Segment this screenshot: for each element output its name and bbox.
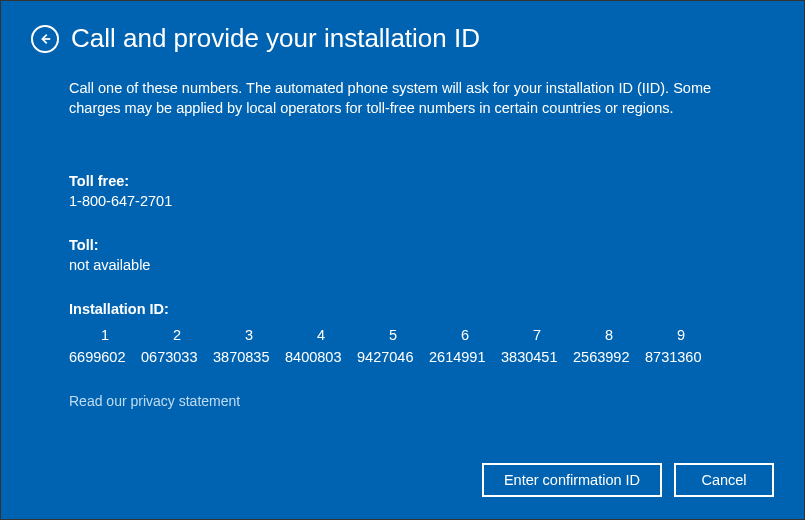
iid-col-header: 7 xyxy=(501,327,573,349)
iid-value: 0673033 xyxy=(141,349,213,365)
installation-id-section: Installation ID: 1 2 3 4 5 6 7 8 9 66996… xyxy=(69,301,764,365)
iid-col-header: 2 xyxy=(141,327,213,349)
iid-value: 3870835 xyxy=(213,349,285,365)
installation-id-label: Installation ID: xyxy=(69,301,764,317)
installation-id-header-row: 1 2 3 4 5 6 7 8 9 xyxy=(69,327,719,349)
description-text: Call one of these numbers. The automated… xyxy=(69,78,764,119)
iid-col-header: 1 xyxy=(69,327,141,349)
cancel-button[interactable]: Cancel xyxy=(674,463,774,497)
iid-value: 8400803 xyxy=(285,349,357,365)
iid-value: 9427046 xyxy=(357,349,429,365)
iid-col-header: 8 xyxy=(573,327,645,349)
toll-free-section: Toll free: 1-800-647-2701 xyxy=(69,173,764,209)
privacy-link[interactable]: Read our privacy statement xyxy=(69,393,764,409)
toll-free-value: 1-800-647-2701 xyxy=(69,193,764,209)
iid-value: 3830451 xyxy=(501,349,573,365)
arrow-left-icon xyxy=(38,32,52,46)
content: Call one of these numbers. The automated… xyxy=(31,78,774,409)
toll-section: Toll: not available xyxy=(69,237,764,273)
iid-col-header: 5 xyxy=(357,327,429,349)
iid-col-header: 9 xyxy=(645,327,717,349)
installation-id-value-row: 6699602 0673033 3870835 8400803 9427046 … xyxy=(69,349,719,365)
installation-id-table: 1 2 3 4 5 6 7 8 9 6699602 0673033 387083… xyxy=(69,327,719,365)
iid-value: 2614991 xyxy=(429,349,501,365)
iid-value: 6699602 xyxy=(69,349,141,365)
iid-value: 8731360 xyxy=(645,349,717,365)
iid-value: 2563992 xyxy=(573,349,645,365)
iid-col-header: 6 xyxy=(429,327,501,349)
page-title: Call and provide your installation ID xyxy=(71,23,480,54)
toll-label: Toll: xyxy=(69,237,764,253)
toll-free-label: Toll free: xyxy=(69,173,764,189)
toll-value: not available xyxy=(69,257,764,273)
activation-window: Call and provide your installation ID Ca… xyxy=(0,0,805,520)
enter-confirmation-id-button[interactable]: Enter confirmation ID xyxy=(482,463,662,497)
button-bar: Enter confirmation ID Cancel xyxy=(482,463,774,497)
back-button[interactable] xyxy=(31,25,59,53)
header: Call and provide your installation ID xyxy=(31,23,774,54)
iid-col-header: 3 xyxy=(213,327,285,349)
iid-col-header: 4 xyxy=(285,327,357,349)
